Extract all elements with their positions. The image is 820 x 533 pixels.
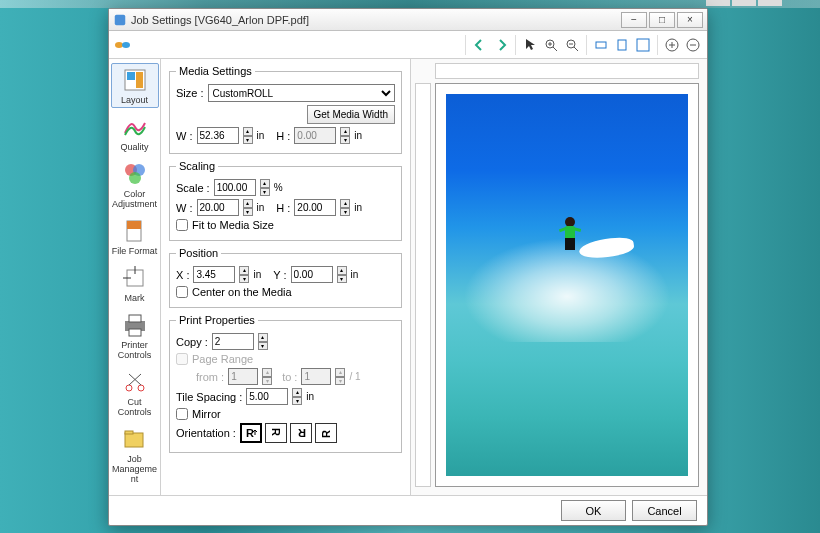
close-button[interactable]: × [677,12,703,28]
plus-icon[interactable] [662,35,682,55]
preview-image [446,94,688,476]
svg-text:R: R [270,428,282,436]
ok-button[interactable]: OK [561,500,626,521]
background-strip [0,0,820,8]
tile-spinner[interactable]: ▴▾ [292,388,302,405]
svg-line-4 [553,47,557,51]
svg-rect-11 [618,40,626,50]
media-h-input [294,127,336,144]
pos-y-spinner[interactable]: ▴▾ [337,266,347,283]
media-w-input[interactable] [197,127,239,144]
sidebar-item-quality[interactable]: Quality [111,110,159,155]
scale-w-spinner[interactable]: ▴▾ [243,199,253,216]
zoom-out-icon[interactable] [562,35,582,55]
svg-point-33 [138,385,144,391]
fit-all-icon[interactable] [633,35,653,55]
sidebar: Layout Quality Color Adjustment File For… [109,59,161,495]
copy-label: Copy : [176,336,208,348]
scale-spinner[interactable]: ▴▾ [260,179,270,196]
sidebar-item-label: Cut Controls [112,397,158,417]
page-range-checkbox [176,353,188,365]
cancel-button[interactable]: Cancel [632,500,697,521]
get-media-width-button[interactable]: Get Media Width [307,105,395,124]
from-label: from : [196,371,224,383]
fit-media-checkbox[interactable] [176,219,188,231]
preview-canvas[interactable] [435,83,699,487]
job-settings-window: Job Settings [VG640_Arlon DPF.pdf] − □ × [108,8,708,526]
sidebar-item-color[interactable]: Color Adjustment [111,157,159,212]
titlebar: Job Settings [VG640_Arlon DPF.pdf] − □ × [109,9,707,31]
sidebar-item-label: Color Adjustment [112,189,158,209]
pos-x-input[interactable] [193,266,235,283]
scaling-group: Scaling Scale : ▴▾ % W : ▴▾ in H : ▴▾ in [169,160,402,241]
media-h-spinner: ▴▾ [340,127,350,144]
svg-rect-31 [129,329,141,336]
minimize-button[interactable]: − [621,12,647,28]
fit-width-icon[interactable] [591,35,611,55]
print-icon[interactable] [113,35,133,55]
mirror-checkbox[interactable] [176,408,188,420]
orient-270-button[interactable]: R [315,423,337,443]
surfer-shape [555,216,585,256]
position-group: Position X : ▴▾ in Y : ▴▾ in Center on t… [169,247,402,308]
svg-rect-0 [115,14,126,25]
svg-text:R: R [320,430,332,438]
orient-0-button[interactable]: R [240,423,262,443]
sidebar-item-label: Job Management [112,454,158,484]
copy-spinner[interactable]: ▴▾ [258,333,268,350]
window-title: Job Settings [VG640_Arlon DPF.pdf] [131,14,619,26]
minus-icon[interactable] [683,35,703,55]
copy-input[interactable] [212,333,254,350]
redo-icon[interactable] [491,35,511,55]
size-dropdown[interactable]: CustomROLL [208,84,395,102]
to-spinner: ▴▾ [335,368,345,385]
ruler-horizontal [435,63,699,79]
unit-label: in [354,130,362,141]
pointer-icon[interactable] [520,35,540,55]
page-range-label: Page Range [192,353,253,365]
sidebar-item-printer[interactable]: Printer Controls [111,308,159,363]
orient-label: Orientation : [176,427,236,439]
svg-rect-12 [637,39,649,51]
sidebar-item-fileformat[interactable]: File Format [111,214,159,259]
orientation-group: R R R R [240,423,337,443]
orient-90-button[interactable]: R [265,423,287,443]
svg-rect-36 [125,433,143,447]
from-spinner: ▴▾ [262,368,272,385]
settings-panel: Media Settings Size : CustomROLL Get Med… [161,59,411,495]
of-label: / 1 [349,371,360,382]
center-label: Center on the Media [192,286,292,298]
sidebar-item-label: File Format [112,246,158,256]
sidebar-item-job[interactable]: Job Management [111,422,159,487]
unit-label: in [351,269,359,280]
fileformat-icon [121,217,149,245]
scale-w-input[interactable] [197,199,239,216]
scale-input[interactable] [214,179,256,196]
undo-icon[interactable] [470,35,490,55]
zoom-in-icon[interactable] [541,35,561,55]
unit-label: in [257,202,265,213]
scale-h-input[interactable] [294,199,336,216]
pos-x-spinner[interactable]: ▴▾ [239,266,249,283]
sidebar-item-layout[interactable]: Layout [111,63,159,108]
window-body: Layout Quality Color Adjustment File For… [109,59,707,495]
maximize-button[interactable]: □ [649,12,675,28]
media-w-spinner[interactable]: ▴▾ [243,127,253,144]
center-checkbox[interactable] [176,286,188,298]
svg-point-49 [565,217,575,227]
svg-rect-37 [125,431,133,434]
unit-label: in [306,391,314,402]
sidebar-item-mark[interactable]: Mark [111,261,159,306]
scale-h-spinner[interactable]: ▴▾ [340,199,350,216]
scale-w-label: W : [176,202,193,214]
app-icon [113,13,127,27]
fit-page-icon[interactable] [612,35,632,55]
sidebar-item-cut[interactable]: Cut Controls [111,365,159,420]
pos-y-input[interactable] [291,266,333,283]
toolbar [109,31,707,59]
to-label: to : [282,371,297,383]
tile-label: Tile Spacing : [176,391,242,403]
tile-input[interactable] [246,388,288,405]
unit-label: in [354,202,362,213]
orient-180-button[interactable]: R [290,423,312,443]
